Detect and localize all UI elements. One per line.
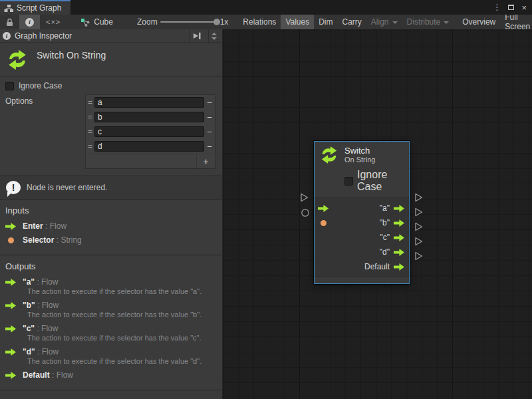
colon: : xyxy=(45,221,47,231)
dock-icon xyxy=(192,31,201,41)
port-type: Flow xyxy=(41,277,58,287)
flow-output-port[interactable] xyxy=(394,234,406,241)
inputs-header: Inputs xyxy=(5,205,217,215)
port-type: Flow xyxy=(50,221,66,231)
switch-icon xyxy=(320,146,338,164)
port-name: "a" xyxy=(23,277,35,287)
colon: : xyxy=(37,301,39,310)
close-icon[interactable]: × xyxy=(521,3,527,12)
flow-connector-handle[interactable] xyxy=(414,193,424,202)
inspector-toggle-button[interactable]: i xyxy=(19,15,40,29)
code-icon: <×> xyxy=(46,18,61,26)
dim-button[interactable]: Dim xyxy=(314,15,337,29)
option-input[interactable] xyxy=(94,126,204,137)
remove-option-button[interactable]: − xyxy=(204,112,215,122)
info-icon: i xyxy=(25,18,34,27)
flow-output-port[interactable] xyxy=(394,263,406,271)
remove-option-button[interactable]: − xyxy=(204,98,215,108)
zoom-control: Zoom 1x xyxy=(132,15,233,29)
colon: : xyxy=(37,277,39,287)
window-controls: ⋮ × xyxy=(493,0,527,15)
window-menu-icon[interactable]: ⋮ xyxy=(493,3,501,11)
maximize-icon[interactable] xyxy=(508,5,514,10)
inspector-title: Graph Inspector xyxy=(15,31,185,41)
ignore-case-label: Ignore Case xyxy=(357,169,404,193)
value-connector-handle[interactable] xyxy=(301,208,310,217)
colon: : xyxy=(52,370,54,380)
panel-stepper[interactable] xyxy=(208,29,219,43)
add-option-button[interactable]: + xyxy=(196,154,215,168)
distribute-dropdown[interactable]: Distribute xyxy=(402,15,454,29)
inspector-empty-area xyxy=(0,390,222,399)
options-label: Options xyxy=(5,94,85,169)
values-button[interactable]: Values xyxy=(281,15,314,29)
port-label: "c" xyxy=(380,233,390,242)
align-label: Align xyxy=(371,17,389,27)
port-name: Enter xyxy=(23,221,43,231)
option-input[interactable] xyxy=(94,97,204,108)
graph-name-label: Cube xyxy=(94,17,113,27)
flow-connector-handle[interactable] xyxy=(414,207,424,217)
port-row: Default xyxy=(315,259,409,274)
flow-connector-handle[interactable] xyxy=(414,222,424,231)
node-header[interactable]: Switch On String Ignore Case xyxy=(315,142,409,193)
remove-option-button[interactable]: − xyxy=(204,127,215,137)
graph-reference-button[interactable]: Cube xyxy=(76,15,118,29)
outputs-header: Outputs xyxy=(5,261,217,271)
warning-text: Node is never entered. xyxy=(27,183,107,192)
info-icon: i xyxy=(3,32,11,40)
drag-handle-icon[interactable]: = xyxy=(86,112,94,122)
ignore-case-checkbox[interactable] xyxy=(344,177,353,186)
tab-script-graph[interactable]: Script Graph xyxy=(0,0,70,15)
fullscreen-button[interactable]: Full Screen xyxy=(500,15,532,29)
graph-canvas[interactable]: Switch On String Ignore Case "a" xyxy=(223,29,532,399)
port-type: Flow xyxy=(41,324,58,333)
drag-handle-icon[interactable]: = xyxy=(86,142,94,151)
value-input-port[interactable] xyxy=(321,220,327,226)
port-row: "c" xyxy=(315,230,409,245)
flow-connector-handle[interactable] xyxy=(300,193,309,202)
port-row: "b" xyxy=(315,215,409,230)
port-description: The action to execute if the selector ha… xyxy=(27,334,217,342)
ignore-case-checkbox[interactable] xyxy=(5,82,14,90)
flow-connector-handle[interactable] xyxy=(414,237,424,246)
lock-button[interactable] xyxy=(0,15,19,29)
edit-source-button[interactable]: <×> xyxy=(40,15,66,29)
switch-on-string-node[interactable]: Switch On String Ignore Case "a" xyxy=(314,141,410,284)
flow-port-icon xyxy=(5,325,17,332)
option-input[interactable] xyxy=(94,141,204,152)
graph-toolbar: i <×> Cube Zoom 1x Relations Values xyxy=(0,15,532,29)
warning-box: ! Node is never entered. xyxy=(0,176,222,200)
flow-output-port[interactable] xyxy=(394,249,406,256)
lock-icon xyxy=(6,18,13,27)
flow-output-port[interactable] xyxy=(394,219,406,227)
drag-handle-icon[interactable]: = xyxy=(86,127,94,136)
option-row: = − xyxy=(86,110,215,124)
flow-input-port[interactable] xyxy=(318,205,330,212)
value-port-icon xyxy=(8,237,14,243)
align-dropdown[interactable]: Align xyxy=(366,15,402,29)
remove-option-button[interactable]: − xyxy=(204,142,215,152)
node-subtitle: On String xyxy=(344,156,375,164)
port-type: Flow xyxy=(42,301,59,310)
port-name: "b" xyxy=(23,301,35,310)
flow-output-port[interactable] xyxy=(394,205,406,212)
flow-connector-handle[interactable] xyxy=(414,251,424,261)
overview-button[interactable]: Overview xyxy=(458,15,500,29)
drag-handle-icon[interactable]: = xyxy=(86,98,94,107)
option-row: = − xyxy=(86,139,215,154)
option-row: = − xyxy=(86,124,215,139)
port-name: "d" xyxy=(23,347,35,356)
zoom-slider[interactable] xyxy=(160,21,217,23)
chevron-down-icon xyxy=(392,21,398,24)
dock-panel-button[interactable] xyxy=(189,29,204,43)
outputs-section: Outputs "a" : Flow The action to execute… xyxy=(0,255,222,390)
port-label: "a" xyxy=(380,203,390,213)
flow-port-icon xyxy=(5,348,17,356)
zoom-slider-handle[interactable] xyxy=(213,19,220,25)
port-description: The action to execute if the selector ha… xyxy=(27,357,217,365)
option-input[interactable] xyxy=(94,112,204,122)
relations-button[interactable]: Relations xyxy=(238,15,281,29)
carry-button[interactable]: Carry xyxy=(338,15,366,29)
node-title: Switch xyxy=(344,146,375,156)
